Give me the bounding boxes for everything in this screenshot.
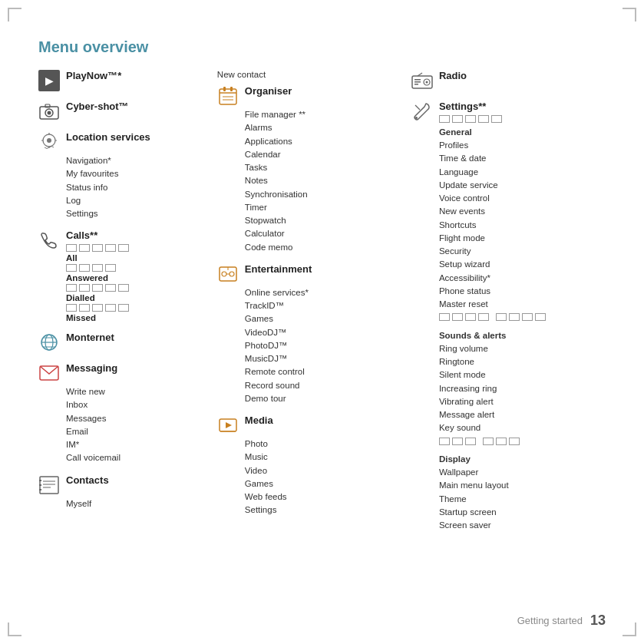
- section-header-location: Location services: [38, 131, 210, 153]
- organiser-icon: [217, 85, 239, 107]
- svg-rect-20: [39, 480, 41, 481]
- dots-missed: [66, 304, 129, 312]
- svg-point-39: [425, 81, 428, 84]
- messaging-title: Messaging: [66, 362, 117, 375]
- list-item: Main menu layout: [439, 479, 598, 492]
- label-sounds-alerts: Sounds & alerts: [439, 329, 598, 342]
- cybershot-icon: [38, 101, 60, 122]
- radio-title: Radio: [439, 70, 467, 83]
- section-header-media: Media: [217, 414, 404, 436]
- list-item: Calculator: [245, 227, 404, 240]
- section-header-monternet: Monternet: [38, 332, 210, 353]
- list-item: Applications: [245, 135, 404, 148]
- section-header-settings: Settings**: [411, 101, 598, 124]
- label-all: All: [66, 253, 129, 263]
- list-item: Master reset: [439, 298, 598, 311]
- section-header-playnow: ▶ PlayNow™*: [38, 70, 210, 91]
- calls-title-area: Calls** All Answered: [66, 230, 129, 322]
- section-header-entertainment: Entertainment: [217, 263, 404, 285]
- section-calls: Calls** All Answered: [38, 230, 210, 322]
- svg-rect-41: [414, 81, 421, 83]
- svg-point-44: [415, 117, 418, 119]
- section-header-contacts: Contacts: [38, 474, 210, 496]
- section-header-calls: Calls** All Answered: [38, 230, 210, 322]
- section-cybershot: Cyber-shot™: [38, 101, 210, 122]
- sounds-dots: [439, 313, 598, 326]
- section-monternet: Monternet: [38, 332, 210, 353]
- settings-subitems: General Profiles Time & date Language Up…: [439, 126, 598, 533]
- footer: Getting started 13: [517, 613, 606, 629]
- list-item: New events: [439, 205, 598, 218]
- section-radio: Radio: [411, 70, 598, 91]
- organiser-title: Organiser: [245, 85, 292, 98]
- label-display: Display: [439, 453, 598, 466]
- svg-point-30: [222, 272, 226, 276]
- svg-point-5: [47, 138, 51, 143]
- list-item: Setup wizard: [439, 258, 598, 271]
- cybershot-title: Cyber-shot™: [66, 101, 129, 114]
- settings-title: Settings**: [439, 101, 486, 112]
- corner-mark-tl: [8, 8, 21, 21]
- contacts-title: Contacts: [66, 474, 109, 487]
- section-messaging: Messaging Write new Inbox Messages Email…: [38, 362, 210, 465]
- playnow-title: PlayNow™*: [66, 70, 121, 83]
- list-item: Calendar: [245, 148, 404, 161]
- settings-icon: [411, 101, 433, 122]
- list-item: Record sound: [245, 379, 404, 392]
- list-item: VideoDJ™: [245, 326, 404, 339]
- list-item: Code memo: [245, 241, 404, 254]
- list-item: Call voicemail: [66, 451, 210, 464]
- corner-mark-bl: [8, 623, 21, 636]
- media-subitems: Photo Music Video Games Web feeds Settin…: [245, 438, 404, 517]
- list-item: Ringtone: [439, 355, 598, 368]
- list-item: Inbox: [66, 398, 210, 411]
- section-media: Media Photo Music Video Games Web feeds …: [217, 414, 404, 517]
- dots-all: [66, 244, 129, 252]
- location-subitems: Navigation* My favourites Status info Lo…: [66, 154, 210, 220]
- list-item: Remote control: [245, 365, 404, 378]
- list-item: Notes: [245, 174, 404, 187]
- list-item: Status info: [66, 181, 210, 194]
- svg-rect-21: [39, 484, 41, 486]
- list-item: My favourites: [66, 167, 210, 180]
- svg-point-31: [230, 272, 234, 276]
- radio-icon: [411, 70, 433, 91]
- messaging-subitems: Write new Inbox Messages Email IM* Call …: [66, 385, 210, 465]
- list-item: Startup screen: [439, 506, 598, 519]
- list-item: Log: [66, 194, 210, 207]
- svg-rect-40: [414, 79, 421, 81]
- svg-rect-25: [223, 87, 226, 91]
- list-item: File manager **: [245, 108, 404, 121]
- list-item: Profiles: [439, 139, 598, 152]
- section-location: Location services Navigation* My favouri…: [38, 131, 210, 220]
- list-item: MusicDJ™: [245, 352, 404, 365]
- list-item: Web feeds: [245, 490, 404, 504]
- svg-line-45: [415, 105, 420, 110]
- section-entertainment: Entertainment Online services* TrackID™ …: [217, 263, 404, 405]
- svg-point-3: [48, 111, 51, 115]
- page-content: Menu overview ▶ PlayNow™*: [38, 38, 606, 606]
- list-item: Voice control: [439, 192, 598, 205]
- label-answered: Answered: [66, 273, 129, 282]
- list-item: Update service: [439, 179, 598, 192]
- col2: New contact Organiser: [217, 70, 411, 541]
- list-item: Timer: [245, 201, 404, 214]
- list-item: PhotoDJ™: [245, 339, 404, 352]
- media-title: Media: [245, 414, 273, 428]
- organiser-subitems: File manager ** Alarms Applications Cale…: [245, 108, 404, 254]
- section-header-cybershot: Cyber-shot™: [38, 101, 210, 122]
- contacts-icon: [38, 474, 60, 496]
- list-item: Wallpaper: [439, 466, 598, 479]
- list-item: Online services*: [245, 286, 404, 299]
- list-item: Screen saver: [439, 519, 598, 532]
- list-item: Synchronisation: [245, 188, 404, 201]
- list-item: Demo tour: [245, 392, 404, 405]
- location-title: Location services: [66, 131, 150, 144]
- list-item: Myself: [66, 497, 210, 510]
- list-item: Photo: [245, 438, 404, 451]
- footer-text: Getting started: [517, 615, 583, 626]
- list-item: Time & date: [439, 152, 598, 165]
- svg-rect-26: [230, 87, 233, 91]
- list-item: Settings: [245, 504, 404, 517]
- col1: ▶ PlayNow™* Cyber-shot™: [38, 70, 217, 541]
